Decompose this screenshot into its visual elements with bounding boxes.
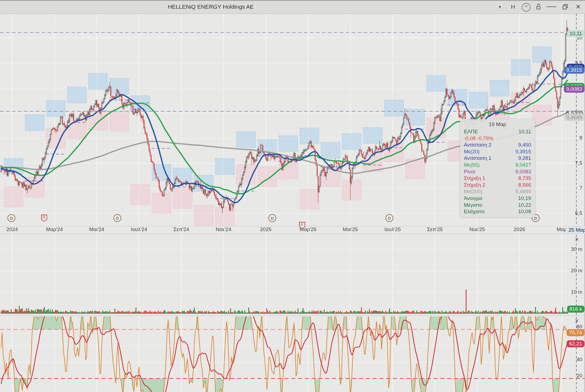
menu-icon[interactable] xyxy=(547,3,556,11)
interval-button[interactable]: H xyxy=(511,3,515,11)
quote-icon[interactable]: ” xyxy=(522,3,531,12)
unlock-icon-svg xyxy=(536,4,541,10)
window-top-edge xyxy=(0,0,585,1)
application-window: 10,11 9,450 9,3915 9,0427 9,0083 8,5355 … xyxy=(0,0,585,392)
restore-icon-svg xyxy=(562,4,568,10)
window-titlebar: HELLENiQ ENERGY Holdings AE ▼ H ” ✕ xyxy=(0,0,585,14)
close-volume-panel-button[interactable]: × xyxy=(573,235,581,243)
close-window-icon[interactable]: ✕ xyxy=(576,3,581,11)
unlock-icon[interactable] xyxy=(536,3,541,11)
chevron-down-icon[interactable]: ▼ xyxy=(498,3,502,11)
close-oscillator-panel-button[interactable]: × xyxy=(573,317,581,325)
restore-window-icon[interactable] xyxy=(562,3,568,11)
window-title: HELLENiQ ENERGY Holdings AE xyxy=(168,4,254,10)
chart-canvas[interactable] xyxy=(0,0,585,392)
